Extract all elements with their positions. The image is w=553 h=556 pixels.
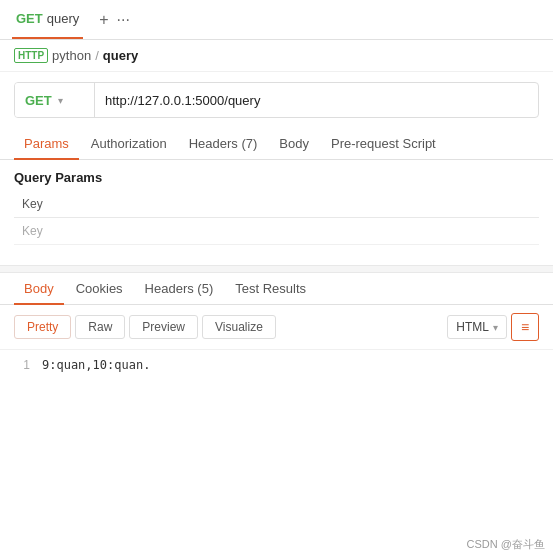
visualize-button[interactable]: Visualize	[202, 315, 276, 339]
query-params-title: Query Params	[0, 160, 553, 191]
line-number: 1	[14, 358, 30, 372]
response-tabs: Body Cookies Headers (5) Test Results	[0, 273, 553, 305]
section-divider	[0, 265, 553, 273]
format-chevron-icon: ▾	[493, 322, 498, 333]
filter-icon: ≡	[521, 319, 529, 335]
tab-method: GET	[16, 11, 43, 26]
tab-params[interactable]: Params	[14, 128, 79, 159]
resp-tab-body[interactable]: Body	[14, 273, 64, 304]
params-key-row: Key	[14, 218, 539, 245]
request-tabs: Params Authorization Headers (7) Body Pr…	[0, 128, 553, 160]
params-key-header: Key	[14, 191, 539, 218]
response-code: 9:quan,10:quan.	[42, 358, 150, 372]
breadcrumb: HTTP python / query	[0, 40, 553, 72]
tab-name: query	[47, 11, 80, 26]
add-tab-icon[interactable]: +	[99, 11, 108, 29]
breadcrumb-python[interactable]: python	[52, 48, 91, 63]
url-input[interactable]	[95, 93, 538, 108]
breadcrumb-query[interactable]: query	[103, 48, 138, 63]
preview-button[interactable]: Preview	[129, 315, 198, 339]
method-select[interactable]: GET ▾	[15, 83, 95, 117]
filter-icon-button[interactable]: ≡	[511, 313, 539, 341]
tab-actions: + ···	[99, 11, 130, 29]
resp-tab-cookies[interactable]: Cookies	[66, 273, 133, 304]
raw-button[interactable]: Raw	[75, 315, 125, 339]
http-badge: HTTP	[14, 48, 48, 63]
params-table: Key Key	[14, 191, 539, 245]
response-toolbar: Pretty Raw Preview Visualize HTML ▾ ≡	[0, 305, 553, 350]
active-tab[interactable]: GET query	[12, 0, 83, 39]
tab-pre-request-script[interactable]: Pre-request Script	[321, 128, 446, 159]
method-chevron-icon: ▾	[58, 95, 63, 106]
tab-headers[interactable]: Headers (7)	[179, 128, 268, 159]
url-bar: GET ▾	[14, 82, 539, 118]
method-text: GET	[25, 93, 52, 108]
format-select[interactable]: HTML ▾	[447, 315, 507, 339]
resp-tab-headers[interactable]: Headers (5)	[135, 273, 224, 304]
footer-text: CSDN @奋斗鱼	[467, 537, 545, 552]
tab-body[interactable]: Body	[269, 128, 319, 159]
more-options-icon[interactable]: ···	[117, 11, 130, 29]
tab-authorization[interactable]: Authorization	[81, 128, 177, 159]
breadcrumb-separator: /	[95, 48, 99, 63]
pretty-button[interactable]: Pretty	[14, 315, 71, 339]
resp-tab-test-results[interactable]: Test Results	[225, 273, 316, 304]
format-label: HTML	[456, 320, 489, 334]
top-bar: GET query + ···	[0, 0, 553, 40]
response-content: 1 9:quan,10:quan.	[0, 350, 553, 380]
params-key-input[interactable]: Key	[14, 218, 539, 245]
